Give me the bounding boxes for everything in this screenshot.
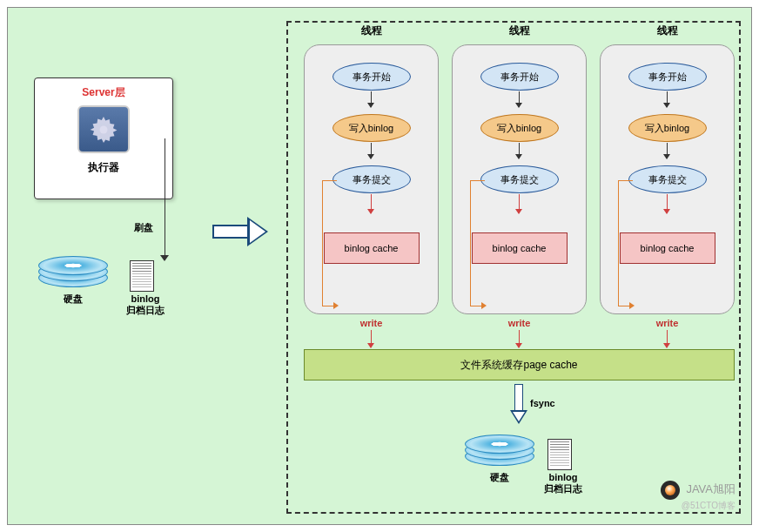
watermark: JAVA旭阳 @51CTO博客: [661, 481, 735, 512]
arrow-right-icon: [212, 217, 273, 246]
binlog-cache-2: binlog cache: [472, 232, 568, 264]
bypass-arrow-3: [618, 180, 630, 306]
disk-icon-left: 硬盘: [38, 256, 112, 304]
fsync-arrow-icon: [510, 384, 527, 426]
tx-start-1: 事务开始: [332, 63, 411, 91]
tx-start-2: 事务开始: [480, 63, 559, 91]
binlog-label-left: binlog归档日志: [119, 293, 171, 316]
server-box: Server层 执行器: [34, 77, 173, 199]
thread-title-3: 线程: [600, 24, 735, 38]
page-cache-box: 文件系统缓存page cache: [304, 349, 735, 380]
watermark-sub: @51CTO博客: [661, 500, 735, 512]
flush-label: 刷盘: [134, 221, 153, 234]
executor-label: 执行器: [42, 160, 165, 175]
write-binlog-2: 写入binlog: [480, 114, 559, 142]
thread-box-3: 事务开始 写入binlog 事务提交 binlog cache: [600, 44, 735, 314]
fsync-label: fsync: [530, 398, 555, 408]
gear-icon: [77, 105, 130, 153]
watermark-main: JAVA旭阳: [686, 482, 735, 495]
server-title: Server层: [42, 85, 165, 100]
binlog-label-bottom: binlog归档日志: [537, 472, 589, 495]
tx-start-3: 事务开始: [628, 63, 707, 91]
write-binlog-3: 写入binlog: [628, 114, 707, 142]
write-arrow-2: [519, 330, 520, 347]
write-label-3: write: [600, 318, 735, 328]
bypass-arrow-2: [470, 180, 482, 306]
file-icon-left: [130, 260, 154, 292]
write-arrow-1: [371, 330, 372, 347]
connector-line: [165, 138, 165, 260]
thread-box-2: 事务开始 写入binlog 事务提交 binlog cache: [452, 44, 587, 314]
thread-box-1: 事务开始 写入binlog 事务提交 binlog cache: [304, 44, 439, 314]
write-binlog-1: 写入binlog: [332, 114, 411, 142]
thread-title-1: 线程: [304, 24, 439, 38]
write-label-2: write: [452, 318, 587, 328]
disk-label: 硬盘: [38, 293, 108, 306]
thread-title-2: 线程: [452, 24, 587, 38]
tx-commit-3: 事务提交: [628, 165, 707, 193]
bypass-arrow-1: [322, 180, 334, 306]
disk-icon-bottom: 硬盘: [465, 434, 539, 482]
binlog-cache-3: binlog cache: [620, 232, 715, 264]
binlog-cache-1: binlog cache: [324, 232, 420, 264]
file-icon-bottom: [547, 439, 572, 470]
diagram-canvas: Server层 执行器 刷盘 硬盘 binlog归档日志 线程 线程 线程 事务…: [7, 7, 752, 525]
watermark-icon: [661, 481, 680, 500]
write-label-1: write: [304, 318, 439, 328]
disk-label-bottom: 硬盘: [465, 471, 534, 484]
tx-commit-2: 事务提交: [480, 165, 559, 193]
write-arrow-3: [667, 330, 668, 347]
tx-commit-1: 事务提交: [332, 165, 411, 193]
